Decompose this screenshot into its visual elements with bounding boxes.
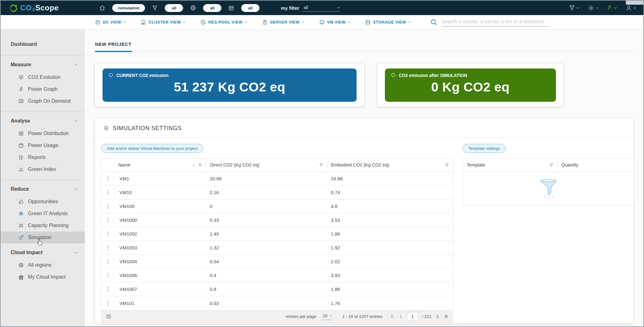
last-page-button[interactable] [444, 314, 448, 319]
vm-table-header: Name ↑ Direct CO2 (Kg CO2 eq) [102, 158, 453, 172]
table-row[interactable]: VM101 0.03 1.76 [102, 296, 453, 310]
sidebar-item-label: Simulation [28, 235, 52, 240]
next-page-button[interactable] [435, 314, 440, 319]
cluster-view-dropdown[interactable]: CLUSTER VIEW [141, 19, 185, 25]
previous-page-button[interactable] [398, 314, 403, 319]
search-input[interactable] [441, 18, 548, 26]
chevron-down-icon [124, 21, 126, 23]
table-row[interactable]: VM1004 0.54 2.02 [102, 255, 453, 269]
sidebar-item-opportunities[interactable]: Opportunities [1, 196, 85, 208]
target-icon[interactable] [190, 5, 196, 11]
server-view-dropdown[interactable]: SERVER VIEW [262, 19, 303, 25]
row-menu-kebab-icon[interactable] [102, 172, 114, 185]
table-row[interactable]: VM1 20.98 24.98 [102, 172, 453, 186]
sidebar-item-my-cloud-impact[interactable]: My Cloud Impact [1, 271, 85, 283]
sidebar-item-power-distribution[interactable]: Power Distribution [1, 128, 85, 139]
tab-new-project[interactable]: NEW PROJECT [95, 41, 132, 51]
column-header-direct-co2[interactable]: Direct CO2 (Kg CO2 eq) [210, 162, 259, 167]
template-settings-button[interactable]: Template settings [463, 144, 506, 153]
column-filter-icon[interactable] [198, 163, 202, 167]
sidebar-section-reduce[interactable]: Reduce [1, 180, 85, 196]
sidebar-item-simulation[interactable]: Simulation [1, 232, 85, 243]
home-icon[interactable] [99, 5, 105, 11]
row-menu-kebab-icon[interactable] [102, 199, 114, 213]
divider [95, 51, 633, 51]
sidebar-section-measure[interactable]: Measure [1, 56, 85, 71]
vm-name-cell: VM1006 [114, 271, 206, 280]
column-header-quantity[interactable]: Quantity [561, 162, 578, 167]
funnel-filter-icon[interactable] [152, 5, 158, 11]
sidebar-item-power-graph[interactable]: Power Graph [1, 83, 85, 95]
column-header-template[interactable]: Template [467, 162, 485, 167]
path-pill[interactable]: /simulation [112, 4, 145, 12]
user-menu[interactable] [625, 5, 635, 11]
section-label: Cloud Impact [11, 250, 42, 255]
row-menu-kebab-icon[interactable] [102, 241, 114, 254]
column-filter-icon[interactable] [319, 163, 323, 167]
table-row[interactable]: VM100 0 4.8 [102, 199, 453, 213]
settings-menu[interactable] [588, 5, 597, 11]
sidebar-item-all-regions[interactable]: All regions [1, 259, 85, 271]
table-row[interactable]: VM1000 0.33 3.53 [102, 213, 453, 227]
global-filter-menu[interactable] [569, 5, 578, 11]
entries-per-page-select[interactable]: 10 [321, 313, 333, 320]
table-row[interactable]: VM1006 0.4 3.93 [102, 269, 453, 282]
embodied-co2-cell: 1.86 [327, 282, 453, 296]
vm-name-cell: VM1000 [114, 215, 206, 225]
sidebar-item-dashboard[interactable]: Dashboard [1, 38, 85, 55]
filter-scope-pill[interactable]: all [165, 4, 183, 12]
sidebar-item-label: Graph On Demand [28, 98, 70, 104]
table-row[interactable]: VM1007 0.8 1.86 [102, 282, 453, 296]
column-filter-icon[interactable] [445, 163, 449, 167]
first-page-button[interactable] [390, 314, 395, 319]
report-icon [18, 155, 24, 160]
sort-ascending-icon[interactable]: ↑ [193, 162, 195, 168]
vm-name-cell: VM10 [114, 188, 206, 197]
date-scope-pill[interactable]: all [241, 4, 259, 12]
simulation-icon [18, 235, 24, 240]
sidebar-item-green-it-analysis[interactable]: Green IT Analysis [1, 208, 85, 220]
gear-icon [588, 5, 594, 11]
sidebar-item-label: My Cloud Impact [28, 274, 66, 280]
column-header-embodied-co2[interactable]: Embodied CO2 (Kg CO2 eq) [331, 162, 389, 167]
my-filter-dropdown[interactable]: my filter all [281, 4, 339, 12]
sidebar-section-cloud-impact[interactable]: Cloud Impact [1, 243, 85, 259]
row-menu-kebab-icon[interactable] [102, 213, 114, 227]
row-menu-kebab-icon[interactable] [102, 269, 114, 282]
section-label: Analyse [11, 118, 30, 124]
table-row[interactable]: VM10 2.16 0.74 [102, 186, 453, 199]
sidebar-section-analyse[interactable]: Analyse [1, 112, 85, 128]
add-delete-vm-button[interactable]: Add and/or delete Virtual Machines to yo… [101, 144, 203, 153]
vm-view-dropdown[interactable]: VM VIEW [319, 19, 349, 25]
row-menu-kebab-icon[interactable] [102, 296, 114, 310]
vm-table: Name ↑ Direct CO2 (Kg CO2 eq) [101, 158, 453, 310]
column-header-name[interactable]: Name [118, 162, 130, 167]
current-page-input[interactable]: 1 [407, 312, 418, 321]
browser-scrollbar-fragment[interactable] [626, 1, 643, 5]
table-row[interactable]: VM1003 1.32 1.92 [102, 241, 453, 255]
row-menu-kebab-icon[interactable] [102, 227, 114, 241]
sidebar-item-reports[interactable]: Reports [1, 151, 85, 163]
flag-menu[interactable] [607, 5, 616, 11]
sidebar-item-graph-on-demand[interactable]: Graph On Demand [1, 95, 85, 107]
target-scope-pill[interactable]: all [203, 4, 221, 12]
dc-view-dropdown[interactable]: DC VIEW [95, 19, 125, 25]
row-menu-kebab-icon[interactable] [102, 282, 114, 296]
my-filter-value: all [304, 5, 308, 10]
storage-view-dropdown[interactable]: STORAGE VIEW [365, 19, 410, 25]
calendar-icon[interactable] [228, 5, 234, 11]
table-row[interactable]: VM1002 1.45 1.86 [102, 227, 453, 241]
row-menu-kebab-icon[interactable] [102, 255, 114, 268]
sidebar-item-co2-evolution[interactable]: CO2 Evolution [1, 71, 85, 83]
row-menu-kebab-icon[interactable] [102, 186, 114, 199]
sidebar-item-power-usage[interactable]: Power Usage [1, 139, 85, 151]
user-icon [625, 5, 632, 11]
column-selector-icon[interactable] [106, 314, 111, 319]
sidebar-item-green-index[interactable]: Green-Index [1, 163, 85, 175]
respool-view-dropdown[interactable]: RES.POOL VIEW [200, 19, 246, 25]
sidebar-item-capacity-planning[interactable]: Capacity Planning [1, 220, 85, 232]
co2-badge-icon [108, 73, 114, 78]
app-logo[interactable]: CO₂Scope [9, 3, 59, 12]
entries-range-text: 1 - 10 of 2207 entries [342, 314, 382, 319]
column-filter-icon[interactable] [549, 163, 553, 167]
